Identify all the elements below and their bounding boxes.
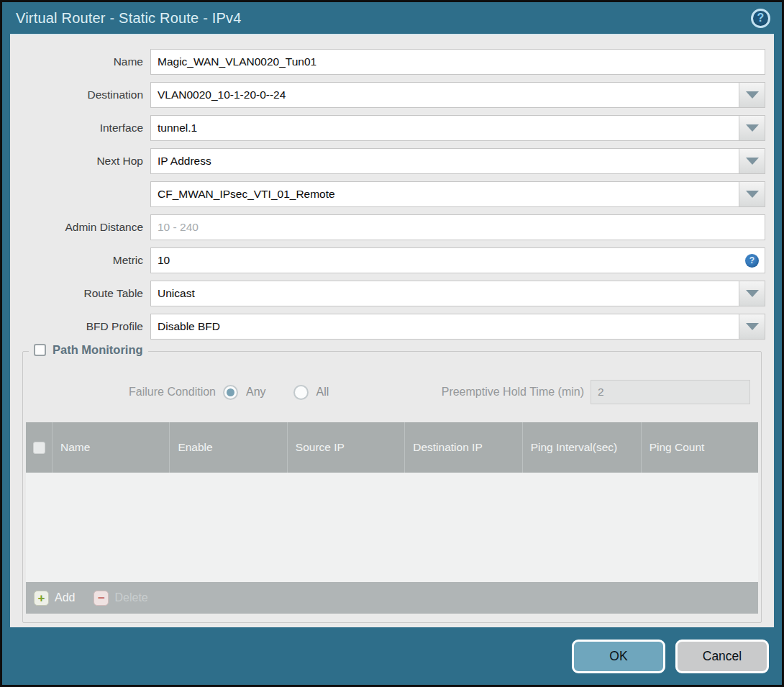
preemptive-hold-time-input[interactable]: [591, 380, 750, 404]
destination-dropdown-button[interactable]: [739, 83, 765, 107]
delete-button-label: Delete: [114, 591, 147, 604]
chevron-down-icon: [746, 290, 759, 297]
failure-condition-option-all[interactable]: All: [293, 385, 329, 400]
path-monitoring-checkbox[interactable]: [34, 344, 46, 356]
form-row-route-table: Route Table Unicast: [10, 281, 774, 306]
column-header-destination-ip[interactable]: Destination IP: [404, 422, 521, 473]
destination-combobox[interactable]: VLAN0020_10-1-20-0--24: [150, 82, 765, 108]
path-monitoring-table: Name Enable Source IP Destination IP Pin…: [26, 422, 758, 614]
form-row-interface: Interface tunnel.1: [10, 115, 774, 141]
path-monitoring-group: Path Monitoring Failure Condition Any Al…: [22, 351, 762, 623]
dialog-title: Virtual Router - Static Route - IPv4: [16, 10, 242, 27]
form-row-name: Name: [10, 49, 774, 75]
failure-condition-label: Failure Condition: [23, 386, 223, 399]
bfd-profile-value: Disable BFD: [151, 314, 739, 339]
interface-dropdown-button[interactable]: [739, 116, 765, 140]
path-monitoring-legend: Path Monitoring: [29, 343, 148, 357]
interface-label: Interface: [10, 122, 150, 135]
route-table-value: Unicast: [151, 281, 739, 306]
next-hop-value: IP Address: [151, 149, 739, 173]
table-header: Name Enable Source IP Destination IP Pin…: [26, 422, 758, 473]
column-header-ping-interval[interactable]: Ping Interval(sec): [522, 422, 641, 473]
chevron-down-icon: [746, 191, 759, 198]
chevron-down-icon: [746, 91, 759, 99]
plus-icon: +: [34, 591, 49, 606]
destination-label: Destination: [10, 88, 150, 101]
column-header-enable[interactable]: Enable: [169, 422, 286, 473]
path-monitoring-title: Path Monitoring: [53, 343, 143, 357]
chevron-down-icon: [746, 124, 759, 132]
form-row-bfd-profile: BFD Profile Disable BFD: [10, 314, 774, 340]
bfd-profile-combobox[interactable]: Disable BFD: [150, 314, 765, 340]
next-hop-address-combobox[interactable]: CF_MWAN_IPsec_VTI_01_Remote: [150, 181, 765, 207]
form-row-destination: Destination VLAN0020_10-1-20-0--24: [10, 82, 774, 108]
help-icon[interactable]: ?: [751, 9, 770, 28]
form-row-metric: Metric ?: [10, 247, 774, 273]
dialog-content: Name Destination VLAN0020_10-1-20-0--24 …: [10, 34, 774, 627]
dialog-window: Virtual Router - Static Route - IPv4 ? N…: [0, 0, 784, 687]
radio-any-label: Any: [246, 386, 266, 399]
admin-distance-field-shell: [150, 214, 765, 240]
route-table-label: Route Table: [10, 287, 150, 300]
title-bar: Virtual Router - Static Route - IPv4 ?: [2, 2, 782, 34]
add-button-label: Add: [55, 591, 75, 604]
admin-distance-input[interactable]: [151, 215, 765, 240]
chevron-down-icon: [746, 158, 759, 165]
interface-combobox[interactable]: tunnel.1: [150, 115, 765, 141]
bfd-profile-label: BFD Profile: [10, 320, 150, 333]
ok-button[interactable]: OK: [572, 640, 665, 673]
delete-button[interactable]: − Delete: [94, 591, 147, 606]
next-hop-address-value: CF_MWAN_IPsec_VTI_01_Remote: [151, 182, 739, 206]
chevron-down-icon: [746, 323, 759, 330]
column-header-ping-count[interactable]: Ping Count: [641, 422, 758, 473]
name-field-shell: [150, 49, 765, 75]
form-row-next-hop-address: CF_MWAN_IPsec_VTI_01_Remote: [10, 181, 774, 207]
interface-value: tunnel.1: [151, 116, 739, 140]
table-header-checkbox-cell: [26, 422, 52, 473]
form-row-next-hop: Next Hop IP Address: [10, 148, 774, 174]
name-label: Name: [10, 55, 150, 68]
table-body-empty: [26, 473, 758, 582]
table-footer: + Add − Delete: [26, 582, 758, 614]
radio-any[interactable]: [223, 385, 238, 400]
destination-value: VLAN0020_10-1-20-0--24: [151, 83, 739, 107]
name-input[interactable]: [151, 50, 765, 74]
radio-all-label: All: [316, 386, 329, 399]
bfd-profile-dropdown-button[interactable]: [739, 314, 765, 339]
next-hop-combobox[interactable]: IP Address: [150, 148, 765, 174]
select-all-checkbox[interactable]: [33, 442, 45, 454]
admin-distance-label: Admin Distance: [10, 221, 150, 234]
cancel-button[interactable]: Cancel: [675, 640, 769, 673]
next-hop-label: Next Hop: [10, 155, 150, 168]
minus-icon: −: [94, 591, 109, 606]
route-table-combobox[interactable]: Unicast: [150, 281, 765, 306]
metric-field-shell: ?: [150, 247, 765, 273]
next-hop-address-dropdown-button[interactable]: [739, 182, 765, 206]
failure-condition-option-any[interactable]: Any: [223, 385, 266, 400]
preemptive-hold-time-label: Preemptive Hold Time (min): [442, 386, 591, 399]
form-row-admin-distance: Admin Distance: [10, 214, 774, 240]
dialog-footer: OK Cancel: [2, 627, 782, 685]
failure-condition-row: Failure Condition Any All Preemptive Hol…: [23, 381, 761, 404]
column-header-source-ip[interactable]: Source IP: [287, 422, 404, 473]
radio-all[interactable]: [293, 385, 309, 400]
column-header-name[interactable]: Name: [52, 422, 169, 473]
info-icon[interactable]: ?: [745, 254, 759, 268]
route-table-dropdown-button[interactable]: [739, 281, 765, 306]
next-hop-dropdown-button[interactable]: [739, 149, 765, 173]
add-button[interactable]: + Add: [34, 591, 75, 606]
metric-label: Metric: [10, 254, 150, 267]
metric-input[interactable]: [151, 248, 745, 273]
